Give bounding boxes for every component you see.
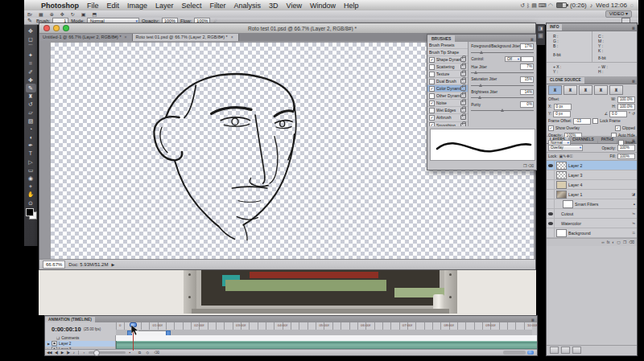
zoom-window-button[interactable] — [63, 25, 69, 31]
checkbox-noise[interactable]: ✓ — [429, 101, 435, 106]
first-frame-button[interactable]: ◀◀ — [47, 351, 52, 355]
move-tool[interactable]: ✥ — [26, 27, 36, 35]
visibility-toggle[interactable] — [547, 209, 555, 218]
slider-track[interactable] — [471, 51, 534, 55]
clone-source-3-button[interactable]: ♜ — [579, 85, 592, 95]
menu-photoshop[interactable]: Photoshop — [41, 2, 79, 10]
checkbox-texture[interactable] — [429, 72, 435, 77]
document-tab-1[interactable]: Untitled-1 @ 66.7% (Layer 2, RGB/8#) *× — [39, 34, 133, 41]
eraser-tool[interactable]: ▱ — [26, 109, 36, 117]
lock-icon[interactable] — [460, 86, 466, 91]
menu-select[interactable]: Select — [182, 2, 202, 10]
slider-value-field[interactable]: 7% — [520, 64, 534, 70]
collapse-panel-icon[interactable]: ◨ — [538, 26, 543, 31]
menu-help[interactable]: Help — [344, 2, 359, 10]
slider-track[interactable] — [471, 96, 534, 100]
brush-option-brush-presets[interactable]: Brush Presets — [427, 42, 468, 49]
layer-name[interactable]: Cutout — [561, 211, 632, 216]
close-window-button[interactable] — [43, 25, 50, 31]
brush-tool-preset-icon[interactable]: ✎ — [27, 18, 32, 24]
slider-thumb[interactable] — [474, 71, 477, 74]
lock-icon[interactable] — [460, 57, 466, 62]
timeline-scrollbar[interactable] — [503, 351, 526, 355]
bridge-icon[interactable]: Br — [27, 12, 32, 17]
slider-track[interactable] — [471, 109, 534, 113]
angle-field[interactable]: 0.0 — [609, 111, 627, 117]
lock-icon[interactable] — [460, 115, 466, 120]
menu-bar-clock[interactable]: Wed 12:06 — [596, 2, 627, 9]
timeline-zoom-thumb[interactable] — [93, 350, 100, 356]
delete-button[interactable]: ⌫ — [155, 351, 159, 355]
visibility-toggle[interactable] — [547, 180, 555, 189]
layer-thumbnail[interactable] — [556, 229, 567, 237]
visibility-toggle[interactable] — [547, 161, 555, 170]
lock-icon-4[interactable]: ⚿ — [570, 154, 573, 158]
layers-footer-icon-2[interactable]: fx — [607, 240, 610, 244]
menu-filter[interactable]: Filter — [210, 2, 226, 10]
clone-source-tab[interactable]: CLONE SOURCE — [547, 77, 584, 84]
lock-icon[interactable] — [460, 108, 466, 113]
clipped-checkbox[interactable]: ✓ — [615, 125, 621, 131]
filter-options-icon[interactable]: ≒ — [632, 211, 635, 215]
visibility-toggle[interactable] — [547, 199, 555, 208]
layer-name[interactable]: Layer 4 — [568, 183, 637, 187]
clone-source-5-button[interactable]: ♜ — [609, 85, 623, 95]
eyedropper-tool[interactable]: ✐ — [26, 68, 36, 76]
time-machine-icon[interactable]: ↺ — [520, 2, 526, 8]
keyframe-button[interactable]: ◇ — [146, 351, 148, 355]
info-tab[interactable]: INFO — [547, 24, 562, 31]
history-brush-tool[interactable]: ↺ — [26, 101, 36, 109]
layers-footer-icon-5[interactable]: ❐ — [623, 240, 626, 244]
screen-mode-icon[interactable]: ⬒ — [92, 12, 97, 17]
dock-mini-button-1[interactable] — [550, 347, 559, 354]
3d-rotate-tool[interactable]: ◉ — [26, 174, 36, 182]
timeline-resize-gem[interactable] — [527, 351, 534, 355]
show-overlay-checkbox[interactable]: ✓ — [548, 125, 554, 131]
slider-thumb[interactable] — [501, 109, 504, 112]
slider-track[interactable] — [471, 84, 534, 88]
lock-icon[interactable] — [460, 64, 466, 69]
battery-icon[interactable] — [556, 2, 567, 8]
layer-name[interactable]: Watercolor — [561, 221, 632, 226]
brushes-panel-footer-icons[interactable]: ❐ ⌫ — [523, 163, 534, 168]
menu-image[interactable]: Image — [127, 2, 147, 10]
foreground-color-swatch[interactable] — [26, 208, 34, 216]
lasso-tool[interactable]: ⌒ — [26, 43, 36, 51]
zoom-level-field[interactable]: 66.67% — [43, 260, 65, 269]
brush-option-airbrush[interactable]: ✓Airbrush — [427, 114, 468, 121]
visibility-toggle[interactable] — [547, 228, 555, 237]
menu-3d[interactable]: 3D — [269, 2, 279, 10]
menu-file[interactable]: File — [87, 2, 99, 10]
layer-row-cutout[interactable]: Cutout≒ — [547, 209, 637, 219]
slider-thumb[interactable] — [478, 96, 481, 99]
path-selection-tool[interactable]: ▷ — [26, 158, 36, 166]
zoom-out-timeline-icon[interactable]: ▫ — [83, 351, 84, 355]
brush-tool[interactable]: ✎ — [26, 84, 36, 92]
hand-tool-icon[interactable]: ✥ — [60, 12, 64, 17]
slider-value-field[interactable]: 15% — [520, 76, 534, 83]
control-dropdown[interactable]: Off — [505, 56, 521, 63]
current-time[interactable]: 0:00:00:10 — [52, 326, 81, 333]
checkbox-smoothing[interactable]: ✓ — [429, 122, 435, 126]
audio-button[interactable]: ♪ — [73, 351, 75, 355]
checkbox-wet-edges[interactable] — [429, 108, 435, 113]
lock-icon[interactable] — [460, 79, 466, 84]
hand-tool[interactable]: ✋ — [26, 191, 36, 199]
crop-tool[interactable]: ⌗ — [26, 59, 36, 68]
layer-row-layer-2[interactable]: Layer 2 — [547, 161, 637, 170]
fill-field[interactable]: 100% — [617, 154, 635, 160]
layer-thumbnail[interactable] — [556, 181, 567, 189]
layer-duration-bar[interactable] — [116, 341, 537, 347]
checkbox-airbrush[interactable]: ✓ — [429, 115, 435, 121]
input-menu-icon[interactable]: ⌨ — [539, 2, 548, 8]
layer-row-smart-filters[interactable]: Smart Filters▴ — [547, 199, 637, 209]
lock-icon[interactable] — [460, 123, 466, 126]
layer-row-layer-1[interactable]: Layer 1◪ — [547, 190, 637, 199]
shape-tool[interactable]: ▭ — [26, 166, 36, 174]
layer-thumbnail[interactable] — [563, 200, 573, 208]
slider-thumb[interactable] — [479, 84, 482, 87]
status-options-arrow[interactable]: ▶ — [111, 262, 114, 267]
clone-source-menu-icon[interactable]: ≣ — [632, 79, 635, 84]
menu-view[interactable]: View — [287, 2, 302, 10]
dock-mini-button-2[interactable] — [561, 347, 570, 354]
